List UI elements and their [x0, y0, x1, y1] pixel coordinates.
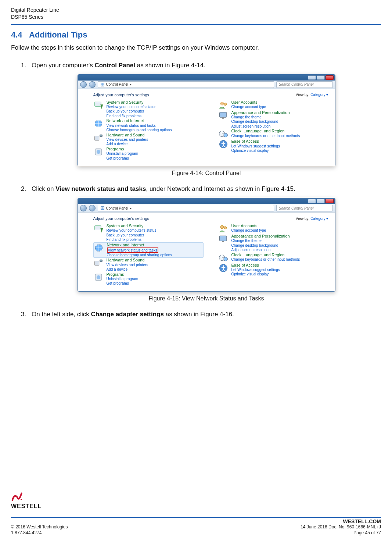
svg-point-16 — [223, 133, 227, 138]
cp-sub[interactable]: Change keyboards or other input methods — [231, 257, 300, 262]
cp-sub[interactable]: Back up your computer — [107, 233, 157, 238]
breadcrumb[interactable]: Control Panel ▸ — [98, 81, 274, 88]
cp-item-programs: Programs Uninstall a program Get program… — [93, 272, 204, 286]
nav-back-button[interactable] — [80, 205, 87, 211]
cp-head[interactable]: System and Security — [107, 224, 157, 228]
cp-item-clock-language: Clock, Language, and Region Change keybo… — [218, 129, 328, 139]
svg-rect-24 — [94, 225, 101, 230]
cp-sub[interactable]: Choose homegroup and sharing options — [107, 128, 172, 133]
cp-sub[interactable]: Adjust screen resolution — [231, 124, 290, 129]
cp-sub[interactable]: Get programs — [107, 156, 139, 161]
cp-sub-view-network-status[interactable]: View network status and tasks — [107, 247, 158, 253]
cp-sub[interactable]: Change desktop background — [231, 120, 290, 124]
cp-sub[interactable]: Back up your computer — [107, 109, 157, 114]
step-3-post: as shown in Figure 4-16. — [164, 311, 234, 318]
cp-item-system-security: System and Security Review your computer… — [93, 100, 204, 119]
cp-sub[interactable]: Add a device — [107, 142, 148, 147]
doc-header-line1: Digital Repeater Line — [11, 7, 381, 14]
cp-sub[interactable]: Change account type — [231, 228, 266, 233]
nav-forward-button[interactable] — [89, 205, 96, 211]
window-close-button[interactable] — [326, 199, 334, 203]
cp-item-ease-of-access: Ease of Access Let Windows suggest setti… — [218, 139, 328, 153]
svg-point-11 — [220, 102, 224, 105]
cp-sub[interactable]: Choose homegroup and sharing options — [107, 253, 172, 258]
cp-sub[interactable]: Let Windows suggest settings — [231, 144, 280, 149]
cp-head[interactable]: Clock, Language, and Region — [231, 129, 300, 133]
svg-rect-21 — [103, 207, 104, 208]
cp-sub[interactable]: View devices and printers — [107, 263, 148, 268]
cp-sub-highlighted[interactable]: View network status and tasks — [107, 247, 172, 253]
cp-head[interactable]: System and Security — [107, 100, 157, 105]
cp-item-network-internet: Network and Internet View network status… — [93, 118, 204, 132]
search-input[interactable]: Search Control Panel — [276, 205, 333, 211]
window-close-button[interactable] — [326, 75, 334, 80]
hardware-sound-icon — [93, 133, 104, 143]
cp-sub[interactable]: Change account type — [231, 105, 266, 110]
westell-logo-icon — [11, 491, 24, 502]
svg-rect-32 — [219, 236, 226, 241]
svg-rect-14 — [222, 117, 224, 119]
cp-head[interactable]: Appearance and Personalization — [231, 110, 290, 115]
network-internet-icon — [94, 243, 104, 253]
cp-head[interactable]: Ease of Access — [231, 263, 280, 268]
cp-sub[interactable]: Optimize visual display — [231, 272, 280, 277]
view-by-dropdown[interactable]: Category ▾ — [310, 217, 328, 221]
cp-sub[interactable]: View devices and printers — [107, 138, 148, 142]
cp-item-user-accounts: User Accounts Change account type — [218, 224, 328, 234]
nav-back-button[interactable] — [80, 81, 87, 88]
svg-point-38 — [21, 499, 22, 500]
cp-sub[interactable]: Change keyboards or other input methods — [231, 134, 300, 139]
breadcrumb[interactable]: Control Panel ▸ — [98, 205, 274, 211]
cp-sub[interactable]: Uninstall a program — [107, 151, 139, 156]
footer-copyright: © 2016 Westell Technologies — [11, 524, 68, 529]
window-address-bar: Control Panel ▸ Search Control Panel — [78, 204, 335, 213]
cp-head[interactable]: Programs — [107, 272, 139, 277]
cp-head[interactable]: Appearance and Personalization — [231, 234, 290, 239]
search-input[interactable]: Search Control Panel — [276, 81, 333, 88]
view-by-dropdown[interactable]: Category ▾ — [310, 93, 328, 97]
cp-sub[interactable]: Optimize visual display — [231, 149, 280, 153]
nav-forward-button[interactable] — [89, 81, 96, 88]
svg-rect-7 — [94, 136, 99, 140]
cp-head[interactable]: User Accounts — [231, 224, 266, 228]
cp-sub[interactable]: Find and fix problems — [107, 114, 157, 119]
cp-sub[interactable]: Change desktop background — [231, 243, 290, 248]
window-minimize-button[interactable] — [308, 199, 316, 203]
hardware-sound-icon — [93, 258, 104, 268]
window-minimize-button[interactable] — [308, 75, 316, 80]
window-maximize-button[interactable] — [317, 199, 325, 203]
cp-head[interactable]: Network and Internet — [107, 118, 172, 123]
step-2-post: , under Network and Internet as shown in… — [146, 185, 295, 192]
cp-sub[interactable]: Let Windows suggest settings — [231, 268, 280, 272]
cp-sub-view-network-status[interactable]: View network status and tasks — [107, 124, 172, 128]
window-titlebar — [78, 198, 335, 204]
view-by-label: View by: — [296, 217, 310, 221]
user-accounts-icon — [218, 100, 229, 110]
step-3-pre: On the left side, click — [32, 311, 91, 318]
cp-head[interactable]: Hardware and Sound — [107, 133, 148, 138]
footer-phone: 1.877.844.4274 — [11, 530, 42, 535]
clock-language-icon — [218, 129, 229, 139]
cp-head[interactable]: Hardware and Sound — [107, 258, 148, 263]
cp-sub[interactable]: Review your computer's status — [107, 105, 157, 110]
cp-head[interactable]: User Accounts — [231, 100, 266, 105]
cp-item-clock-language: Clock, Language, and Region Change keybo… — [218, 253, 328, 263]
cp-sub[interactable]: Find and fix problems — [107, 238, 157, 242]
cp-sub[interactable]: Review your computer's status — [107, 228, 157, 233]
cp-sub[interactable]: Change the theme — [231, 239, 290, 243]
section-number: 4.4 — [11, 30, 22, 39]
appearance-icon — [218, 234, 229, 244]
cp-sub[interactable]: Add a device — [107, 267, 148, 272]
cp-sub[interactable]: Get programs — [107, 281, 139, 286]
cp-head[interactable]: Network and Internet — [107, 243, 172, 247]
breadcrumb-text: Control Panel — [106, 82, 129, 86]
cp-head[interactable]: Ease of Access — [231, 139, 280, 144]
cp-sub[interactable]: Adjust screen resolution — [231, 248, 290, 253]
cp-sub[interactable]: Change the theme — [231, 115, 290, 120]
cp-head[interactable]: Programs — [107, 147, 139, 151]
svg-rect-23 — [103, 208, 104, 210]
window-maximize-button[interactable] — [317, 75, 325, 80]
cp-head[interactable]: Clock, Language, and Region — [231, 253, 300, 257]
cp-sub[interactable]: Uninstall a program — [107, 277, 139, 282]
cp-item-hardware-sound: Hardware and Sound View devices and prin… — [93, 133, 204, 147]
